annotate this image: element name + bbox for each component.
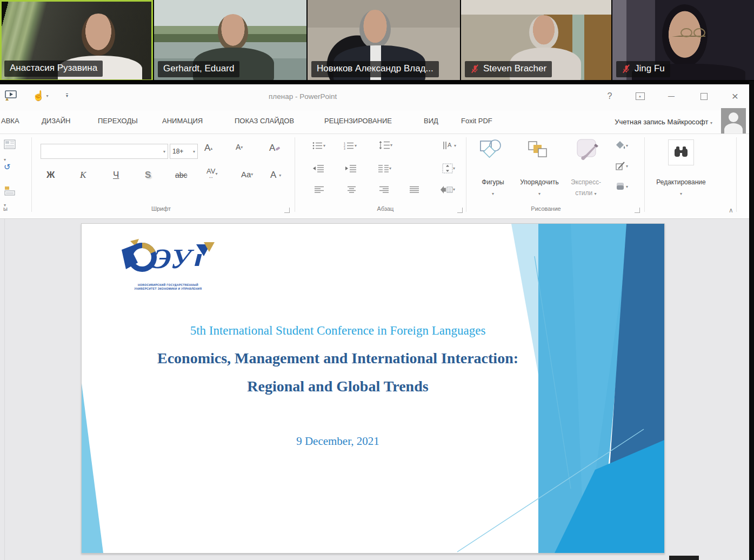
- align-right-button[interactable]: [379, 186, 389, 193]
- tab-vstavka-partial[interactable]: АВКА: [1, 117, 19, 125]
- restore-button[interactable]: [692, 89, 716, 104]
- section-button[interactable]: ▾: [4, 185, 18, 197]
- touch-mouse-mode-button[interactable]: ☝ ▾: [32, 88, 48, 104]
- participant-video-1[interactable]: Анастасия Рузавина: [0, 0, 153, 81]
- line-spacing-button[interactable]: ▾: [378, 141, 392, 150]
- tab-animation[interactable]: АНИМАЦИЯ: [162, 117, 203, 125]
- participant-name: Анастасия Рузавина: [10, 63, 97, 74]
- participant-name: Jing Fu: [635, 63, 665, 74]
- tab-view[interactable]: ВИД: [424, 117, 438, 125]
- italic-button[interactable]: К: [80, 170, 86, 181]
- customize-qat-icon: ▾: [66, 94, 68, 98]
- dropdown-arrow-icon: ▾: [453, 166, 455, 171]
- font-group-label: Шрифт: [134, 205, 188, 212]
- numbering-button[interactable]: 123 ▾: [344, 142, 357, 150]
- arrange-icon: [526, 139, 548, 161]
- dropdown-arrow-icon: ▾: [454, 143, 456, 148]
- collapse-ribbon-button[interactable]: ∧: [729, 206, 733, 214]
- case-glyph: Aa: [241, 170, 251, 179]
- clear-formatting-button[interactable]: A: [269, 143, 281, 154]
- slide-canvas[interactable]: ЭУ НОВОСИБИРСКИЙ ГОСУДАРСТВЕННЫЙ УНИВЕРС…: [81, 223, 665, 554]
- section-icon: [4, 185, 18, 197]
- slide-layout-button[interactable]: ▾: [4, 139, 18, 151]
- microsoft-account-button[interactable]: Учетная запись Майкрософт ▾: [595, 118, 712, 126]
- shapes-label: Фигуры: [469, 178, 517, 186]
- increase-indent-icon: [345, 164, 357, 172]
- decrease-indent-button[interactable]: [312, 164, 324, 172]
- tab-transitions[interactable]: ПЕРЕХОДЫ: [98, 117, 138, 125]
- shape-outline-button[interactable]: ▾: [615, 161, 628, 171]
- underline-button[interactable]: Ч: [113, 170, 119, 181]
- tab-review[interactable]: РЕЦЕНЗИРОВАНИЕ: [324, 117, 392, 125]
- shape-fill-button[interactable]: ▾: [615, 141, 628, 150]
- help-button[interactable]: ?: [598, 89, 622, 104]
- dropdown-arrow-icon: ▾: [626, 164, 628, 169]
- paragraph-dialog-launcher[interactable]: [457, 208, 463, 213]
- ribbon-display-options-button[interactable]: ▴: [628, 89, 652, 104]
- dropdown-arrow-icon: ▾: [4, 157, 6, 162]
- account-avatar[interactable]: [721, 108, 746, 134]
- participant-video-3[interactable]: Новиков Александр Влад...: [308, 0, 460, 81]
- numbering-icon: 123: [344, 142, 355, 150]
- close-button[interactable]: ×: [723, 89, 747, 104]
- participant-video-2[interactable]: Gerhardt, Eduard: [154, 0, 306, 81]
- smartart-icon: [440, 185, 453, 194]
- font-color-glyph: A: [270, 170, 276, 181]
- taskbar-peek: [669, 556, 699, 560]
- customize-quick-access-button[interactable]: ▾: [66, 88, 68, 104]
- dropdown-arrow-icon: ▾: [279, 173, 281, 178]
- group-separator: [736, 137, 737, 212]
- quick-styles-button[interactable]: [575, 138, 600, 162]
- arrange-button[interactable]: [526, 139, 548, 161]
- text-shadow-button[interactable]: S: [145, 170, 151, 181]
- align-text-icon: [442, 163, 453, 174]
- shape-effects-button[interactable]: ▾: [615, 182, 628, 191]
- window-title: пленар - PowerPoint: [269, 92, 337, 101]
- start-slideshow-button[interactable]: [4, 88, 17, 104]
- slide-date[interactable]: 9 December, 2021: [82, 435, 594, 448]
- shapes-button[interactable]: [479, 138, 502, 161]
- shadow-glyph: S: [145, 170, 151, 181]
- group-separator: [644, 137, 645, 212]
- participant-video-4[interactable]: Steven Bracher: [461, 0, 611, 81]
- align-left-button[interactable]: [315, 186, 324, 193]
- strikethrough-glyph: abc: [175, 171, 188, 179]
- font-name-combobox[interactable]: ▾: [41, 144, 168, 159]
- strikethrough-button[interactable]: abc: [175, 171, 188, 179]
- editing-button[interactable]: [668, 139, 694, 165]
- font-color-button[interactable]: A ▾: [270, 170, 281, 181]
- align-center-button[interactable]: [347, 186, 357, 193]
- dropdown-arrow-icon: ▾: [710, 121, 712, 125]
- dropdown-arrow-icon: ▾: [469, 189, 517, 197]
- align-text-button[interactable]: ▾: [442, 163, 455, 174]
- font-size-combobox[interactable]: 18+ ▾: [170, 144, 198, 159]
- tab-design[interactable]: ДИЗАЙН: [42, 117, 70, 125]
- slide-title-line-1[interactable]: Economics, Management and International …: [82, 350, 594, 367]
- participant-name: Gerhardt, Eduard: [163, 63, 234, 74]
- drawing-group-label: Рисование: [519, 205, 573, 212]
- character-spacing-button[interactable]: AV ↔ ▾: [206, 169, 217, 179]
- reset-slide-button[interactable]: ↺: [4, 162, 18, 174]
- bold-button[interactable]: Ж: [46, 170, 55, 181]
- ribbon-home-content: ▾ ↺ ▾ ы ▾ 18+ ▾ A ▴ A ▾: [0, 134, 749, 219]
- justify-button[interactable]: [410, 186, 419, 193]
- dropdown-arrow-icon: ▾: [215, 171, 217, 176]
- drawing-dialog-launcher[interactable]: [635, 208, 640, 213]
- font-dialog-launcher[interactable]: [284, 208, 290, 213]
- increase-indent-button[interactable]: [345, 164, 357, 172]
- bullets-button[interactable]: ▾: [312, 142, 325, 150]
- columns-icon: [378, 164, 389, 172]
- shrink-font-button[interactable]: A ▾: [236, 143, 243, 151]
- change-case-button[interactable]: Aa ▾: [241, 170, 253, 179]
- minimize-button[interactable]: —: [659, 89, 683, 104]
- participant-video-5[interactable]: Jing Fu: [612, 0, 754, 81]
- text-direction-button[interactable]: A ▾: [442, 141, 456, 150]
- columns-button[interactable]: ▾: [378, 164, 391, 172]
- grow-font-button[interactable]: A ▴: [204, 143, 212, 154]
- convert-to-smartart-button[interactable]: ▾: [440, 185, 455, 194]
- slide-subtitle[interactable]: 5th International Student Conference in …: [82, 324, 594, 338]
- justify-icon: [410, 186, 419, 193]
- tab-slideshow[interactable]: ПОКАЗ СЛАЙДОВ: [235, 117, 294, 125]
- slide-title-line-2[interactable]: Regional and Global Trends: [82, 378, 594, 395]
- tab-foxit-pdf[interactable]: Foxit PDF: [461, 117, 492, 125]
